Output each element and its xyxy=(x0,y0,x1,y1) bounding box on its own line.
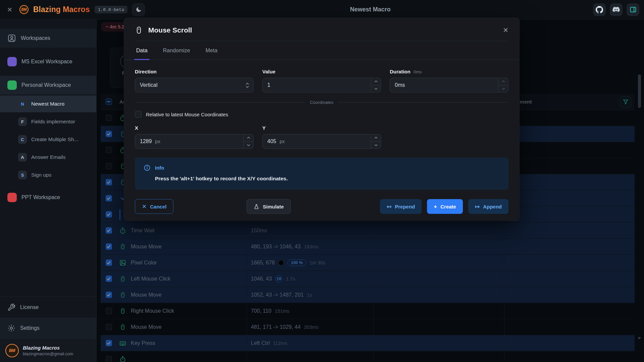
coordinates-divider-label: Coordinates xyxy=(310,100,333,105)
sidebar-item-fields-implementor[interactable]: F Fields implementor xyxy=(0,113,96,130)
increment-button[interactable] xyxy=(498,78,508,85)
cancel-button[interactable]: ✕ Cancel xyxy=(135,199,173,214)
x-coordinate-input[interactable]: 1289 px xyxy=(135,134,254,149)
y-value: 405 xyxy=(263,138,281,144)
info-callout: Info Press the 'alt+1' hotkey to record … xyxy=(135,158,508,190)
license-label: License xyxy=(20,304,39,310)
sidebar-item-create-multiple[interactable]: C Create Multiple Sh... xyxy=(0,131,96,148)
append-label: Append xyxy=(483,204,502,209)
select-chevrons-icon xyxy=(246,83,249,88)
discord-button[interactable] xyxy=(610,3,623,16)
prepend-label: Prepend xyxy=(395,204,415,209)
direction-select[interactable]: Vertical xyxy=(135,78,254,93)
macro-letter-badge: N xyxy=(18,100,27,108)
simulate-button[interactable]: Simulate xyxy=(247,199,291,214)
sidebar-item-ms-excel-workspace[interactable]: MS Excel Workspace xyxy=(0,52,96,71)
y-unit: px xyxy=(280,139,285,144)
macro-letter-badge: A xyxy=(18,153,27,162)
create-button[interactable]: + Create xyxy=(427,199,463,214)
user-name: Blazing Macros xyxy=(23,345,73,351)
duration-value: 0ms xyxy=(390,82,410,88)
close-icon[interactable]: ✕ xyxy=(503,26,508,34)
sidebar-item-sign-ups[interactable]: S Sign ups xyxy=(0,167,96,183)
workspace-color-icon xyxy=(7,193,17,202)
moon-icon xyxy=(136,6,142,13)
x-unit: px xyxy=(155,139,160,144)
duration-hint: 0ms xyxy=(414,69,422,74)
workspace-label: MS Excel Workspace xyxy=(21,59,72,65)
sidebar-item-answer-emails[interactable]: A Answer Emails xyxy=(0,149,96,166)
sidebar-item-newest-macro[interactable]: N Newest Macro xyxy=(0,96,96,112)
decrement-button[interactable] xyxy=(371,85,381,93)
workspace-color-icon xyxy=(7,80,17,90)
columns-icon xyxy=(630,6,637,13)
decrement-button[interactable] xyxy=(244,142,253,149)
info-title: Info xyxy=(155,165,164,171)
cancel-label: Cancel xyxy=(150,204,166,209)
macro-label: Newest Macro xyxy=(31,101,64,107)
macro-letter-badge: S xyxy=(18,171,27,179)
flask-icon xyxy=(254,204,259,209)
version-badge: 1.0.0-beta xyxy=(95,6,127,13)
settings-label: Settings xyxy=(20,325,40,331)
page-title: Newest Macro xyxy=(97,6,644,13)
avatar: BM xyxy=(5,344,19,357)
user-profile[interactable]: BM Blazing Macros blazingmacros@gmail.co… xyxy=(0,339,96,362)
x-icon: ✕ xyxy=(142,204,147,209)
mouse-scroll-dialog: Mouse Scroll ✕ Data Randomize Meta Direc… xyxy=(124,18,519,221)
direction-label: Direction xyxy=(135,69,157,74)
gear-icon xyxy=(7,324,15,332)
mouse-icon xyxy=(135,26,143,34)
increment-button[interactable] xyxy=(371,78,381,85)
macro-label: Sign ups xyxy=(31,172,51,178)
y-coordinate-input[interactable]: 405 px xyxy=(262,134,381,149)
append-button[interactable]: ↦ Append xyxy=(468,199,508,214)
window-close-icon[interactable]: ✕ xyxy=(5,6,15,14)
relative-coordinates-label: Relative to latest Mouse Coordinates xyxy=(146,112,228,117)
github-icon xyxy=(596,6,603,13)
workspaces-icon xyxy=(7,34,16,43)
user-email: blazingmacros@gmail.com xyxy=(23,352,73,356)
github-button[interactable] xyxy=(593,3,606,16)
relative-coordinates-checkbox[interactable] xyxy=(135,111,142,118)
workspaces-label: Workspaces xyxy=(21,35,50,41)
tab-meta[interactable]: Meta xyxy=(206,41,218,60)
increment-button[interactable] xyxy=(371,134,381,142)
macro-label: Answer Emails xyxy=(31,154,66,160)
macro-label: Fields implementor xyxy=(31,119,75,125)
create-label: Create xyxy=(440,204,456,209)
simulate-label: Simulate xyxy=(263,204,284,209)
arrow-right-icon: ↦ xyxy=(475,204,480,209)
duration-input[interactable]: 0ms xyxy=(390,78,508,93)
value-label: Value xyxy=(262,69,275,74)
info-icon xyxy=(144,164,151,171)
decrement-button[interactable] xyxy=(371,142,381,149)
info-message: Press the 'alt+1' hotkey to record the X… xyxy=(155,176,500,182)
sidebar: Workspaces MS Excel Workspace Personal W… xyxy=(0,19,97,362)
prepend-button[interactable]: ↤ Prepend xyxy=(380,199,422,214)
value-value: 1 xyxy=(263,82,275,88)
value-input[interactable]: 1 xyxy=(262,78,381,93)
workspace-color-icon xyxy=(7,57,17,66)
theme-toggle-button[interactable] xyxy=(132,3,145,16)
panel-toggle-button[interactable] xyxy=(627,3,639,16)
macro-letter-badge: F xyxy=(18,117,27,126)
arrow-left-icon: ↤ xyxy=(387,204,391,209)
increment-button[interactable] xyxy=(244,134,253,142)
sidebar-item-workspaces[interactable]: Workspaces xyxy=(0,29,96,48)
discord-icon xyxy=(612,7,620,12)
sidebar-item-license[interactable]: License xyxy=(0,297,96,318)
sidebar-item-ppt-workspace[interactable]: PPT Workspace xyxy=(0,188,96,207)
sidebar-item-personal-workspace[interactable]: Personal Workspace xyxy=(0,76,96,95)
tab-data[interactable]: Data xyxy=(136,41,148,60)
direction-value: Vertical xyxy=(135,82,162,88)
dialog-title: Mouse Scroll xyxy=(148,26,192,34)
y-label: Y xyxy=(262,125,266,131)
app-logo: BM xyxy=(19,5,29,14)
decrement-button[interactable] xyxy=(498,85,508,93)
sidebar-item-settings[interactable]: Settings xyxy=(0,318,96,339)
x-value: 1289 xyxy=(135,138,157,144)
workspace-label: Personal Workspace xyxy=(21,82,71,88)
tab-randomize[interactable]: Randomize xyxy=(163,41,190,60)
macro-letter-badge: C xyxy=(18,135,27,144)
